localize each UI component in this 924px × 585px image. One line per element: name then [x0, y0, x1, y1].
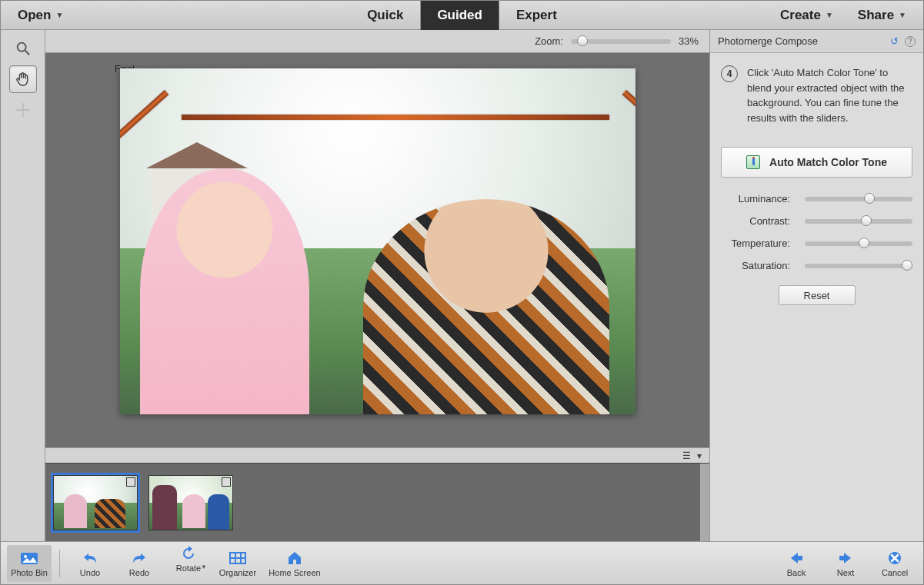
zoom-slider[interactable]: [571, 39, 671, 44]
zoom-value: 33%: [679, 35, 699, 47]
organizer-label: Organizer: [219, 568, 256, 577]
auto-match-icon: [746, 155, 760, 169]
chevron-down-icon[interactable]: ▾: [697, 450, 702, 461]
left-toolbar: [1, 30, 45, 541]
back-label: Back: [787, 568, 806, 577]
saturation-label: Saturation:: [721, 260, 790, 271]
hand-icon: [15, 71, 32, 88]
cancel-label: Cancel: [882, 568, 908, 577]
canvas-footer-bar: ☰ ▾: [45, 447, 709, 463]
bottom-action-bar: Photo Bin Undo Redo Rotate ▼ Orga: [1, 541, 923, 584]
step-number: 4: [721, 65, 738, 82]
step-text: Click 'Auto Match Color Tone' to blend y…: [747, 65, 912, 125]
reset-panel-icon[interactable]: ↺: [890, 35, 899, 47]
help-icon[interactable]: ?: [905, 36, 916, 47]
photo-bin: [45, 463, 709, 541]
thumbnail-2[interactable]: [148, 475, 233, 530]
auto-match-button[interactable]: Auto Match Color Tone: [721, 147, 912, 178]
list-view-icon[interactable]: ☰: [682, 450, 691, 461]
create-menu[interactable]: Create ▼: [769, 3, 844, 28]
saturation-slider[interactable]: [805, 264, 912, 268]
zoom-bar: Zoom: 33%: [45, 30, 709, 53]
rotate-icon: [178, 545, 198, 562]
top-menu-bar: Open ▼ Quick Guided Expert Create ▼ Shar…: [1, 1, 923, 30]
caret-down-icon: ▼: [201, 563, 207, 570]
contrast-label: Contrast:: [721, 215, 790, 227]
panel-title: Photomerge Compose: [718, 35, 818, 47]
cancel-icon: [885, 550, 905, 567]
auto-match-label: Auto Match Color Tone: [769, 156, 887, 168]
mode-tab-quick[interactable]: Quick: [350, 1, 420, 30]
contrast-slider[interactable]: [805, 219, 912, 224]
home-screen-label: Home Screen: [269, 568, 320, 577]
undo-icon: [80, 550, 100, 567]
slider-thumb[interactable]: [902, 260, 912, 271]
caret-down-icon: ▼: [55, 11, 63, 19]
next-button[interactable]: Next: [823, 545, 868, 582]
undo-button[interactable]: Undo: [68, 545, 112, 582]
mode-tabs: Quick Guided Expert: [350, 1, 574, 30]
zoom-label: Zoom:: [535, 35, 563, 47]
mode-tab-guided[interactable]: Guided: [420, 1, 499, 30]
organizer-button[interactable]: Organizer: [215, 545, 260, 582]
composite-image: [120, 68, 635, 414]
home-screen-button[interactable]: Home Screen: [265, 545, 325, 582]
redo-button[interactable]: Redo: [117, 545, 162, 582]
share-menu[interactable]: Share ▼: [847, 3, 917, 28]
luminance-slider[interactable]: [805, 197, 912, 201]
svg-point-0: [17, 43, 25, 52]
reset-button[interactable]: Reset: [779, 285, 856, 305]
redo-icon: [129, 550, 149, 567]
next-arrow-icon: [836, 550, 856, 567]
organizer-icon: [228, 550, 248, 567]
hand-tool[interactable]: [9, 65, 37, 93]
create-label: Create: [780, 8, 821, 23]
svg-point-3: [24, 555, 27, 558]
temperature-label: Temperature:: [721, 238, 790, 249]
magnifier-icon: [15, 40, 32, 57]
redo-label: Redo: [129, 568, 149, 577]
luminance-label: Luminance:: [721, 193, 790, 204]
zoom-slider-thumb[interactable]: [577, 35, 588, 46]
svg-line-1: [25, 51, 29, 55]
move-icon: [15, 101, 32, 118]
zoom-tool[interactable]: [9, 35, 37, 62]
temperature-slider[interactable]: [805, 241, 912, 246]
next-label: Next: [837, 568, 855, 577]
canvas[interactable]: [120, 68, 635, 414]
mode-tab-expert[interactable]: Expert: [499, 1, 574, 30]
undo-label: Undo: [80, 568, 100, 577]
caret-down-icon: ▼: [826, 11, 833, 19]
caret-down-icon: ▼: [899, 11, 906, 19]
editor-area: Zoom: 33% Final: [45, 30, 709, 541]
expand-icon: [222, 477, 231, 487]
open-label: Open: [18, 8, 51, 23]
slider-thumb[interactable]: [859, 238, 869, 248]
photo-bin-icon: [19, 550, 39, 567]
rotate-label: Rotate: [176, 563, 201, 573]
photo-bin-label: Photo Bin: [11, 568, 48, 577]
move-tool: [9, 96, 37, 124]
thumbnail-1[interactable]: [53, 475, 138, 530]
divider: [59, 550, 60, 577]
photo-bin-scrollbar[interactable]: [700, 464, 709, 541]
right-panel: Photomerge Compose ↺ ? 4 Click 'Auto Mat…: [709, 30, 923, 541]
slider-thumb[interactable]: [864, 193, 875, 204]
rotate-button[interactable]: Rotate ▼: [166, 545, 211, 582]
slider-thumb[interactable]: [861, 215, 872, 226]
expand-icon: [126, 477, 135, 487]
panel-header: Photomerge Compose ↺ ?: [710, 30, 923, 53]
cancel-button[interactable]: Cancel: [872, 545, 917, 582]
back-button[interactable]: Back: [774, 545, 819, 582]
open-menu[interactable]: Open ▼: [7, 3, 74, 28]
home-icon: [285, 550, 305, 567]
share-label: Share: [858, 8, 894, 23]
photo-bin-button[interactable]: Photo Bin: [7, 545, 52, 582]
back-arrow-icon: [786, 550, 806, 567]
